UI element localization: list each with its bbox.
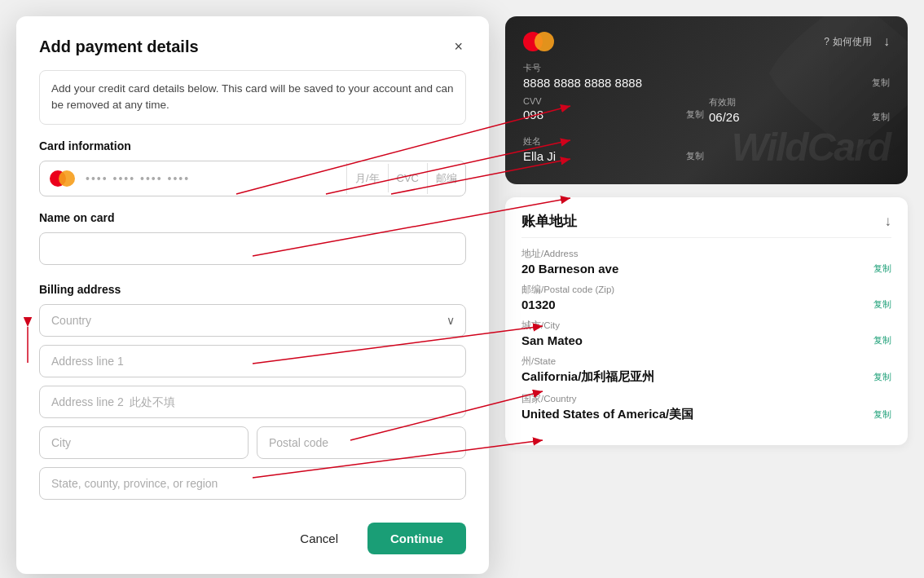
expiry-copy-button[interactable]: 复制 bbox=[872, 111, 890, 123]
city-row-value-row: San Mateo 复制 bbox=[521, 333, 891, 347]
address-value: 20 Barneson ave bbox=[521, 262, 618, 276]
postal-row: 邮编/Postal code (Zip) 01320 复制 bbox=[521, 284, 891, 311]
cvv-copy-button[interactable]: 复制 bbox=[686, 108, 704, 121]
card-dividers: 月/年 CVC 邮编 bbox=[346, 161, 465, 196]
postal-code-input[interactable] bbox=[257, 426, 466, 459]
card-zip-placeholder[interactable]: 邮编 bbox=[427, 163, 465, 194]
card-expiry-placeholder[interactable]: 月/年 bbox=[346, 163, 388, 194]
credit-card-visual: ? 如何使用 ↓ 卡号 8888 8888 8888 8888 复制 CVV 0 bbox=[505, 16, 908, 184]
card-cvc-placeholder[interactable]: CVC bbox=[388, 164, 427, 192]
city-row: 城市/City San Mateo 复制 bbox=[521, 320, 891, 347]
card-number-value: 8888 8888 8888 8888 bbox=[523, 76, 642, 90]
cvv-value: 098 bbox=[523, 108, 543, 121]
cancel-button[interactable]: Cancel bbox=[280, 523, 358, 554]
state-input[interactable] bbox=[39, 467, 466, 500]
name-on-card-input[interactable] bbox=[39, 232, 466, 265]
card-number-copy-button[interactable]: 复制 bbox=[872, 77, 890, 89]
cvv-field: CVV 098 复制 bbox=[523, 96, 704, 124]
address-row-value-row: 20 Barneson ave 复制 bbox=[521, 262, 891, 276]
postal-value: 01320 bbox=[521, 298, 556, 311]
billing-info-header: 账单地址 ↓ bbox=[521, 212, 891, 238]
card-top-row: ? 如何使用 ↓ bbox=[523, 31, 890, 52]
postal-row-value-row: 01320 复制 bbox=[521, 298, 891, 311]
address-line2-input[interactable] bbox=[39, 386, 466, 418]
modal-header: Add payment details × bbox=[39, 36, 466, 57]
continue-button[interactable]: Continue bbox=[367, 523, 466, 554]
cvv-label: CVV bbox=[523, 96, 704, 106]
name-value: Ella Ji bbox=[523, 149, 556, 163]
country-row-value-row: United States of America/美国 复制 bbox=[521, 407, 891, 422]
city-value: San Mateo bbox=[521, 333, 583, 347]
name-value-row: Ella Ji 复制 bbox=[523, 149, 704, 163]
billing-info-title: 账单地址 bbox=[521, 212, 577, 231]
mastercard-logo bbox=[523, 31, 556, 52]
card-number-field: 卡号 8888 8888 8888 8888 复制 bbox=[523, 62, 890, 90]
address-line1-input[interactable] bbox=[39, 345, 466, 377]
card-number-value-row: 8888 8888 8888 8888 复制 bbox=[523, 76, 890, 90]
expiry-field: 有效期 06/26 复制 bbox=[709, 96, 890, 124]
state-value: California/加利福尼亚州 bbox=[521, 369, 654, 385]
state-row: 州/State California/加利福尼亚州 复制 bbox=[521, 355, 891, 385]
expiry-value: 06/26 bbox=[709, 110, 740, 124]
card-actions: ? 如何使用 ↓ bbox=[824, 34, 890, 49]
city-postal-row bbox=[39, 426, 466, 459]
card-download-icon[interactable]: ↓ bbox=[883, 34, 890, 49]
billing-address-label: Billing address bbox=[39, 283, 466, 296]
modal-description: Add your credit card details below. This… bbox=[39, 70, 466, 125]
right-panel: ? 如何使用 ↓ 卡号 8888 8888 8888 8888 复制 CVV 0 bbox=[505, 16, 908, 445]
modal-footer: Cancel Continue bbox=[39, 514, 466, 554]
city-row-label: 城市/City bbox=[521, 320, 891, 332]
billing-info-panel: 账单地址 ↓ 地址/Address 20 Barneson ave 复制 邮编/… bbox=[505, 197, 908, 445]
name-field: 姓名 Ella Ji 复制 bbox=[523, 135, 704, 163]
billing-info-download-icon[interactable]: ↓ bbox=[885, 214, 892, 230]
city-copy-button[interactable]: 复制 bbox=[873, 334, 891, 346]
card-help-label: ? 如何使用 bbox=[824, 35, 872, 49]
address-row-label: 地址/Address bbox=[521, 248, 891, 260]
country-row: 国家/Country United States of America/美国 复… bbox=[521, 393, 891, 422]
card-details-grid: CVV 098 复制 有效期 06/26 复制 姓名 bbox=[523, 96, 890, 170]
card-info-label: Card information bbox=[39, 139, 466, 152]
state-row-label: 州/State bbox=[521, 355, 891, 368]
country-select[interactable]: Country United States China United Kingd… bbox=[39, 304, 466, 337]
card-number-dots: •••• •••• •••• •••• bbox=[86, 172, 190, 185]
postal-copy-button[interactable]: 复制 bbox=[873, 298, 891, 311]
country-select-wrapper: Country United States China United Kingd… bbox=[39, 304, 466, 337]
card-number-label: 卡号 bbox=[523, 62, 890, 74]
card-info-left: •••• •••• •••• •••• bbox=[40, 161, 346, 196]
card-info-row: •••• •••• •••• •••• 月/年 CVC 邮编 bbox=[39, 161, 466, 196]
question-icon: ? bbox=[824, 36, 829, 47]
address-copy-button[interactable]: 复制 bbox=[873, 263, 891, 275]
add-payment-modal: Add payment details × Add your credit ca… bbox=[16, 16, 489, 574]
address-row: 地址/Address 20 Barneson ave 复制 bbox=[521, 248, 891, 276]
city-input[interactable] bbox=[39, 426, 249, 459]
name-label: 姓名 bbox=[523, 135, 704, 148]
name-on-card-label: Name on card bbox=[39, 211, 466, 224]
expiry-label: 有效期 bbox=[709, 96, 890, 108]
modal-close-button[interactable]: × bbox=[451, 36, 466, 57]
expiry-value-row: 06/26 复制 bbox=[709, 110, 890, 124]
state-copy-button[interactable]: 复制 bbox=[873, 371, 891, 383]
modal-title: Add payment details bbox=[39, 38, 199, 56]
cvv-value-row: 098 复制 bbox=[523, 108, 704, 121]
name-copy-button[interactable]: 复制 bbox=[686, 150, 704, 162]
country-row-label: 国家/Country bbox=[521, 393, 891, 405]
state-row-value-row: California/加利福尼亚州 复制 bbox=[521, 369, 891, 385]
billing-address-section: Billing address Country United States Ch… bbox=[39, 283, 466, 500]
country-copy-button[interactable]: 复制 bbox=[873, 408, 891, 421]
postal-row-label: 邮编/Postal code (Zip) bbox=[521, 284, 891, 296]
mastercard-icon bbox=[50, 170, 77, 188]
country-value: United States of America/美国 bbox=[521, 407, 693, 422]
